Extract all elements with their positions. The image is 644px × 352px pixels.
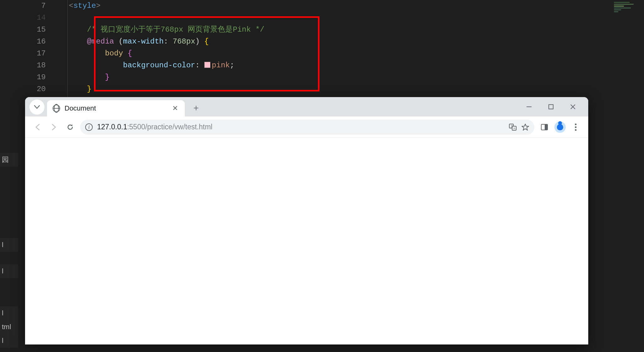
window-maximize-button[interactable] xyxy=(547,104,555,110)
new-tab-button[interactable]: ＋ xyxy=(190,101,202,114)
url-text: 127.0.0.1:5500/practice/vw/test.html xyxy=(97,123,212,131)
forward-button[interactable] xyxy=(48,121,60,133)
code-line[interactable]: <style> xyxy=(60,0,101,12)
sidebar-fragment[interactable]: tml xyxy=(0,320,18,334)
line-number: 18 xyxy=(0,60,60,71)
translate-icon[interactable]: 文A xyxy=(509,123,517,131)
sidebar-fragment[interactable]: l xyxy=(0,334,18,348)
sidebar-fragment[interactable]: l xyxy=(0,306,18,320)
line-number: 17 xyxy=(0,48,60,60)
svg-text:A: A xyxy=(513,127,515,130)
svg-rect-1 xyxy=(549,105,553,109)
address-bar[interactable]: i 127.0.0.1:5500/practice/vw/test.html 文… xyxy=(80,120,534,135)
code-editor[interactable]: 7 <style> 14 15 /* 视口宽度小于等于768px 网页背景色是P… xyxy=(0,0,644,100)
page-viewport[interactable] xyxy=(25,138,588,344)
code-line[interactable]: } xyxy=(60,71,110,83)
bookmark-star-icon[interactable] xyxy=(521,123,529,131)
browser-tabstrip: Document ✕ ＋ xyxy=(25,97,588,116)
code-line[interactable]: @media (max-width: 768px) { xyxy=(60,36,209,48)
line-number: 19 xyxy=(0,71,60,83)
browser-window: Document ✕ ＋ i 127.0.0.1:5 xyxy=(25,97,588,344)
svg-rect-7 xyxy=(545,124,548,130)
line-number: 15 xyxy=(0,24,60,36)
globe-icon xyxy=(53,105,60,112)
line-number: 14 xyxy=(0,12,60,24)
profile-avatar[interactable] xyxy=(554,122,566,133)
code-line[interactable]: body { xyxy=(60,48,132,60)
tab-search-button[interactable] xyxy=(29,100,44,115)
site-info-icon[interactable]: i xyxy=(85,123,93,131)
code-line[interactable]: background-color: pink; xyxy=(60,60,234,71)
browser-tab[interactable]: Document ✕ xyxy=(47,100,185,116)
svg-text:文: 文 xyxy=(511,125,513,128)
sidebar-fragment[interactable]: l xyxy=(0,238,18,252)
code-line[interactable]: /* 视口宽度小于等于768px 网页背景色是Pink */ xyxy=(60,24,264,36)
color-swatch-icon[interactable] xyxy=(204,62,210,68)
line-number: 20 xyxy=(0,83,60,95)
svg-point-8 xyxy=(575,123,576,125)
side-panel-icon[interactable] xyxy=(538,121,551,133)
svg-point-9 xyxy=(575,126,576,128)
sidebar-fragment[interactable]: l xyxy=(0,264,18,278)
close-tab-button[interactable]: ✕ xyxy=(170,103,180,114)
menu-kebab-icon[interactable] xyxy=(569,121,582,133)
sidebar-fragment[interactable]: 园 xyxy=(0,153,18,167)
tab-title: Document xyxy=(65,104,165,112)
reload-button[interactable] xyxy=(64,121,76,133)
browser-toolbar: i 127.0.0.1:5500/practice/vw/test.html 文… xyxy=(25,116,588,138)
line-number: 16 xyxy=(0,36,60,48)
back-button[interactable] xyxy=(31,121,44,133)
window-minimize-button[interactable] xyxy=(525,104,533,110)
window-close-button[interactable] xyxy=(569,104,577,110)
code-line[interactable]: } xyxy=(60,83,91,95)
svg-point-10 xyxy=(575,129,576,131)
line-number: 7 xyxy=(0,0,60,12)
minimap[interactable] xyxy=(614,2,642,21)
